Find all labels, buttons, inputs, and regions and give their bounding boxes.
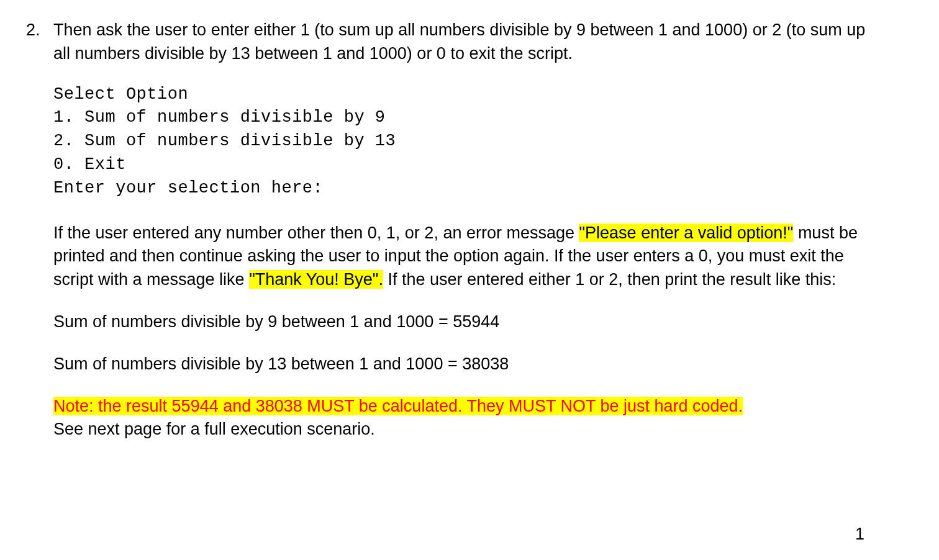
result-line-9: Sum of numbers divisible by 9 between 1 … [53,310,883,334]
note-highlight: Note: the result 55944 and 38038 MUST be… [53,397,743,415]
menu-title: Select Option [53,83,883,107]
highlight-bye-msg: "Thank You! Bye". [249,270,383,289]
numbered-list-item: 2. Then ask the user to enter either 1 (… [19,19,883,66]
note-block: Note: the result 55944 and 38038 MUST be… [53,395,883,442]
explanation-paragraph: If the user entered any number other the… [53,222,883,292]
menu-option-2: 2. Sum of numbers divisible by 13 [53,130,883,153]
note-followup: See next page for a full execution scena… [53,420,375,438]
result-line-13: Sum of numbers divisible by 13 between 1… [53,353,883,376]
para-text-1a: If the user entered any number other the… [53,224,579,242]
menu-option-0: 0. Exit [53,153,883,177]
page-number: 1 [855,523,864,546]
highlight-error-msg: "Please enter a valid option!" [579,224,793,242]
list-number: 2. [19,19,53,66]
list-instruction: Then ask the user to enter either 1 (to … [53,19,883,66]
para-text-1c: If the user entered either 1 or 2, then … [383,270,836,289]
menu-prompt: Enter your selection here: [53,177,883,201]
menu-code-block: Select Option 1. Sum of numbers divisibl… [53,83,883,201]
menu-option-1: 1. Sum of numbers divisible by 9 [53,106,883,130]
